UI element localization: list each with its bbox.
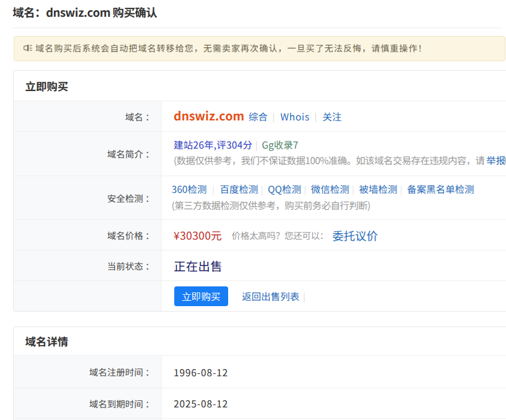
- price-question: 价格太高吗？您还可以：: [232, 229, 329, 241]
- brief-stats-link[interactable]: 建站26年,评304分: [174, 137, 253, 152]
- separator: |: [260, 183, 263, 195]
- separator: |: [400, 183, 402, 195]
- security-disclaimer: (第三方数据检测仅供参考，购买前务必自行判断): [172, 198, 506, 213]
- price-row: 域名价格： ¥30300元 价格太高吗？您还可以： 委托议价: [14, 219, 506, 250]
- register-time-row: 域名注册时间： 1996-08-12: [14, 355, 506, 388]
- domain-row: 域名： dnswiz.com 综合 | Whois | 关注: [14, 101, 506, 131]
- security-gfw-link[interactable]: 被墙检测: [359, 182, 398, 196]
- brief-disclaimer: (数据仅供参考，我们不保证数据100%准确。如该域名交易存在违规内容，请 举报）: [174, 153, 506, 168]
- purchase-notice-banner: 域名购买后系统会自动把域名转移给您，无需卖家再次确认，一旦买了无法反悔，请慎重操…: [14, 36, 505, 61]
- domain-detail-card: 域名详情 域名注册时间： 1996-08-12 域名到期时间： 2025-08-…: [13, 327, 506, 420]
- security-icp-blacklist-link[interactable]: 备案黑名单检测: [407, 182, 474, 196]
- domain-value-cell: dnswiz.com 综合 | Whois | 关注: [162, 101, 506, 131]
- detail-card-header: 域名详情: [14, 327, 506, 355]
- brief-google-link[interactable]: Gg收录7: [262, 137, 298, 152]
- separator: |: [303, 290, 305, 303]
- buy-now-button[interactable]: 立即购买: [174, 286, 228, 306]
- security-baidu-link[interactable]: 百度检测: [220, 182, 258, 196]
- buy-now-card: 立即购买 域名： dnswiz.com 综合 | Whois | 关注 域名简介…: [13, 70, 506, 312]
- price-value-cell: ¥30300元 价格太高吗？您还可以： 委托议价: [162, 220, 506, 250]
- brief-row: 域名简介： 建站26年,评304分|Gg收录7 (数据仅供参考，我们不保证数据1…: [14, 131, 506, 176]
- security-row: 安全检测： 360检测|百度检测|QQ检测|微信检测|被墙检测|备案黑名单检测 …: [14, 176, 506, 219]
- actions-cell: 立即购买 返回出售列表 |: [162, 281, 506, 311]
- price-label: 域名价格：: [14, 220, 162, 250]
- expire-time-cell: 2025-08-12: [162, 388, 506, 418]
- domain-name: dnswiz.com: [174, 107, 244, 124]
- status-label: 当前状态：: [14, 250, 162, 280]
- security-qq-link[interactable]: QQ检测: [268, 182, 301, 196]
- expire-time-label: 域名到期时间：: [14, 388, 162, 418]
- page-title: 域名：dnswiz.com 购买确认: [13, 4, 157, 20]
- brief-value-cell: 建站26年,评304分|Gg收录7 (数据仅供参考，我们不保证数据100%准确。…: [162, 132, 506, 176]
- security-wechat-link[interactable]: 微信检测: [311, 182, 349, 196]
- status-value: 正在出售: [174, 257, 223, 274]
- brief-line1: 建站26年,评304分|Gg收录7: [174, 137, 506, 153]
- speaker-icon: [23, 44, 32, 52]
- buy-card-header: 立即购买: [14, 71, 506, 101]
- domain-label: 域名：: [14, 101, 162, 131]
- back-to-list-link[interactable]: 返回出售列表: [242, 289, 299, 303]
- domain-overview-link[interactable]: 综合: [249, 109, 268, 123]
- security-value-cell: 360检测|百度检测|QQ检测|微信检测|被墙检测|备案黑名单检测 (第三方数据…: [162, 176, 506, 219]
- separator: |: [272, 110, 275, 122]
- bargain-link[interactable]: 委托议价: [332, 227, 378, 243]
- security-360-link[interactable]: 360检测: [172, 182, 207, 196]
- expire-time-value: 2025-08-12: [174, 396, 228, 410]
- price-value: ¥30300元: [174, 227, 222, 243]
- status-row: 当前状态： 正在出售: [14, 250, 506, 280]
- register-time-value: 1996-08-12: [174, 365, 228, 379]
- separator: |: [212, 183, 214, 195]
- separator: |: [256, 138, 258, 151]
- expire-time-row: 域名到期时间： 2025-08-12: [14, 388, 506, 418]
- brief-label: 域名简介：: [14, 132, 162, 176]
- separator: |: [304, 183, 306, 195]
- security-label: 安全检测：: [14, 176, 162, 219]
- actions-label-cell: [14, 281, 162, 311]
- separator: |: [352, 183, 354, 195]
- security-links-line: 360检测|百度检测|QQ检测|微信检测|被墙检测|备案黑名单检测: [172, 182, 506, 198]
- separator: |: [314, 110, 317, 122]
- register-time-cell: 1996-08-12: [162, 356, 506, 388]
- status-value-cell: 正在出售: [162, 250, 506, 280]
- domain-whois-link[interactable]: Whois: [280, 109, 310, 123]
- domain-follow-link[interactable]: 关注: [322, 109, 341, 123]
- title-divider: [13, 28, 502, 28]
- actions-row: 立即购买 返回出售列表 |: [14, 280, 506, 311]
- notice-text: 域名购买后系统会自动把域名转移给您，无需卖家再次确认，一旦买了无法反悔，请慎重操…: [35, 41, 427, 54]
- page: 域名：dnswiz.com 购买确认 域名购买后系统会自动把域名转移给您，无需卖…: [0, 0, 506, 420]
- register-time-label: 域名注册时间：: [14, 356, 162, 388]
